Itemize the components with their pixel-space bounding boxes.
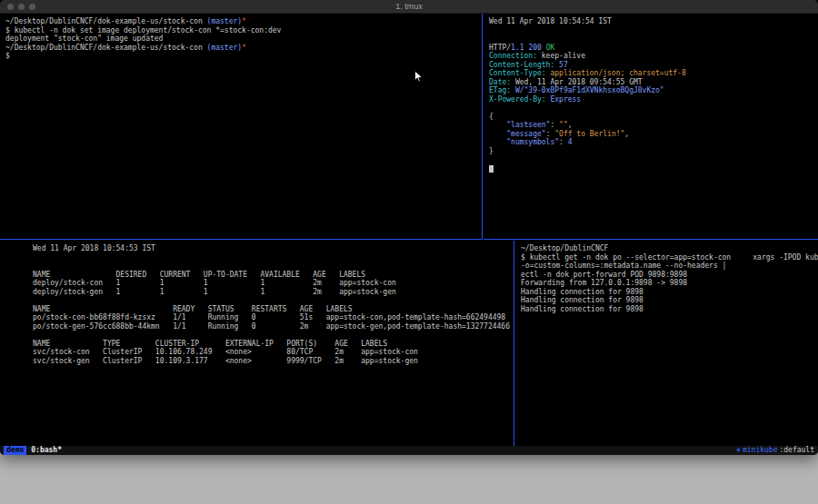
terminal-line: ~/Desktop/DublinCNCF [521,244,818,253]
terminal-line: Handling connection for 9898 [521,305,818,314]
text-segment: : [559,138,568,146]
terminal-line: "message": "Off to Berlin!", [489,130,818,139]
terminal-line: ~/Desktop/DublinCNCF/dok-example-us/stoc… [5,17,482,26]
tmux-status-bar: demo 0:bash* ⎈ minikube :default [0,446,818,455]
text-segment: "lastseen" [506,121,550,129]
pane-bottom-left[interactable]: Wed 11 Apr 2018 10:54:53 IST NAME DESIRE… [0,241,514,446]
text-segment: Wed 11 Apr 2018 10:54:54 IST [489,17,612,25]
text-segment: , [568,121,573,129]
text-segment: application/json; charset=utf-8 [546,69,686,77]
text-segment [489,130,506,138]
text-segment: ~/Desktop/DublinCNCF/dok-example-us/stoc… [5,17,207,25]
text-segment: deploy/stock-gen 1 1 1 1 2m app=stock-ge… [33,288,396,296]
terminal-line [489,104,818,113]
terminal-line: Handling connection for 9898 [521,288,818,297]
terminal-line: po/stock-con-bb68f88fd-kzsxz 1/1 Running… [33,313,514,322]
terminal-line: $ kubectl get -n dok po --selector=app=s… [521,253,818,262]
terminal-line: deployment "stock-con" image updated [5,35,482,44]
terminal-line: -o=custom-columns=:metadata.name --no-he… [521,262,818,271]
text-segment: 57 [554,61,567,69]
terminal-line: Content-Length: 57 [489,61,818,70]
terminal-line: po/stock-gen-576cc688bb-44kmn 1/1 Runnin… [33,322,514,331]
status-left: demo 0:bash* [4,446,62,455]
terminal-line [33,262,514,271]
cursor-block [489,165,494,173]
terminal-line: NAME TYPE CLUSTER-IP EXTERNAL-IP PORT(S)… [33,340,514,349]
text-segment: X-Powered-By: [489,95,546,104]
terminal-line: $ [5,52,482,61]
terminal-line [33,253,514,262]
session-name[interactable]: demo [4,446,26,455]
terminal-line: NAME DESIRED CURRENT UP-TO-DATE AVAILABL… [33,271,514,280]
status-right: ⎈ minikube :default [736,446,814,455]
window-tab-bash[interactable]: 0:bash* [31,446,62,455]
text-segment: 1.1 [511,44,524,52]
terminal-line: Handling connection for 9898 [521,296,818,305]
terminal-line: Date: Wed, 11 Apr 2018 09:54:55 GMT [489,78,818,87]
terminal-line: { [489,113,818,122]
text-segment: Express [546,95,582,104]
text-segment: "Off to Berlin!" [554,130,624,138]
pane-top-right[interactable]: Wed 11 Apr 2018 10:54:54 IST HTTP/1.1 20… [484,14,818,240]
text-segment: : [550,121,559,129]
text-segment: "message" [506,130,545,138]
window-controls [7,4,35,10]
text-segment: NAME TYPE CLUSTER-IP EXTERNAL-IP PORT(S)… [33,340,387,348]
terminal-line [489,164,818,173]
pane-top-left[interactable]: ~/Desktop/DublinCNCF/dok-example-us/stoc… [0,14,483,240]
text-segment: -o=custom-columns=:metadata.name --no-he… [521,262,726,270]
text-segment: deploy/stock-con 1 1 1 1 2m app=stock-co… [33,279,396,287]
text-segment: ~/Desktop/DublinCNCF [521,244,608,252]
text-segment: Date: [489,78,511,86]
text-segment: $ kubectl -n dok set image deployment/st… [5,26,281,35]
text-segment: Wed 11 Apr 2018 10:54:53 IST [33,244,155,252]
text-segment: } [489,147,494,155]
text-segment: ETag: [489,86,511,94]
terminal-line: Wed 11 Apr 2018 10:54:53 IST [33,244,514,253]
text-segment: Handling connection for 9898 [521,288,643,296]
text-segment: NAME READY STATUS RESTARTS AGE LABELS [33,305,353,313]
terminal-line: "numsymbols": 4 [489,138,818,147]
titlebar[interactable]: 1. tmux [0,0,818,14]
text-segment: OK [546,44,555,52]
text-segment: 200 [528,44,541,52]
terminal-line: Forwarding from 127.0.0.1:9898 -> 9898 [521,279,818,288]
text-segment: * [242,17,246,25]
zoom-button[interactable] [29,4,35,10]
text-segment: deployment "stock-con" image updated [5,35,163,43]
terminal-line: $ kubectl -n dok set image deployment/st… [5,26,482,35]
terminal-line: deploy/stock-gen 1 1 1 1 2m app=stock-ge… [33,288,514,297]
pane-bottom-right[interactable]: ~/Desktop/DublinCNCF$ kubectl get -n dok… [515,241,818,446]
terminal-line [489,155,818,164]
text-segment: Forwarding from 127.0.0.1:9898 -> 9898 [521,279,687,287]
text-segment: , [624,130,629,138]
text-segment: svc/stock-gen ClusterIP 10.109.3.177 <no… [33,357,418,365]
text-segment: Content-Length: [489,61,554,69]
text-segment: po/stock-con-bb68f88fd-kzsxz 1/1 Running… [33,313,505,321]
text-segment: HTTP/ [489,44,511,52]
text-segment: Wed, 11 Apr 2018 09:54:55 GMT [511,78,643,86]
text-segment: (master) [207,17,243,25]
terminal-line: X-Powered-By: Express [489,95,818,104]
terminal-line: deploy/stock-con 1 1 1 1 2m app=stock-co… [33,279,514,288]
text-segment: $ [5,52,10,60]
terminal-line [33,331,514,340]
terminal-line: NAME READY STATUS RESTARTS AGE LABELS [33,305,514,314]
terminal-line: } [489,147,818,156]
tmux-terminal: ~/Desktop/DublinCNCF/dok-example-us/stoc… [0,14,818,446]
terminal-window: 1. tmux ~/Desktop/DublinCNCF/dok-example… [0,0,818,455]
terminal-line: svc/stock-con ClusterIP 10.106.78.249 <n… [33,348,514,357]
minimize-button[interactable] [18,4,25,10]
terminal-line: Wed 11 Apr 2018 10:54:54 IST [489,17,818,26]
text-segment: { [489,113,494,121]
text-segment: W/"39-0xBPf9aF1dXVNkhsxoBQgJ8vKzo" [511,86,664,94]
terminal-line: ectl -n dok port-forward POD 9898:9898 [521,271,818,280]
text-segment: NAME DESIRED CURRENT UP-TO-DATE AVAILABL… [33,271,365,279]
terminal-line: HTTP/1.1 200 OK [489,44,818,53]
text-segment: svc/stock-con ClusterIP 10.106.78.249 <n… [33,348,418,356]
text-segment: 4 [568,138,573,146]
close-button[interactable] [7,4,14,10]
terminal-line: ETag: W/"39-0xBPf9aF1dXVNkhsxoBQgJ8vKzo" [489,86,818,95]
terminal-line [489,26,818,35]
text-segment [489,121,506,129]
